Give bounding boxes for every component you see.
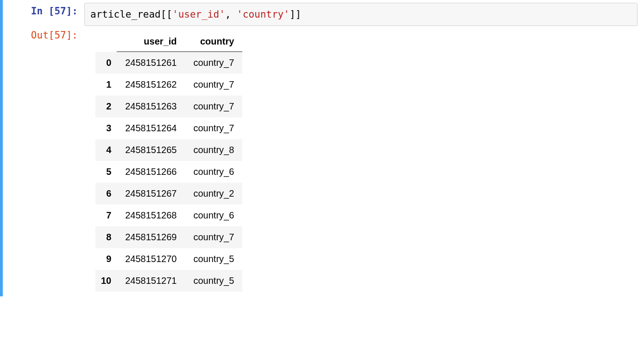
output-area: user_id country 0 2458151261 country_7 1… [84, 32, 638, 292]
table-body: 0 2458151261 country_7 1 2458151262 coun… [95, 52, 242, 292]
cell-country: country_7 [185, 226, 242, 248]
table-row: 7 2458151268 country_6 [95, 205, 242, 226]
row-index: 6 [95, 183, 117, 205]
row-index: 7 [95, 205, 117, 226]
row-index: 9 [95, 248, 117, 270]
table-row: 5 2458151266 country_6 [95, 161, 242, 183]
column-header-user-id: user_id [117, 32, 185, 52]
table-row: 6 2458151267 country_2 [95, 183, 242, 205]
table-row: 3 2458151264 country_7 [95, 117, 242, 139]
cell-country: country_8 [185, 139, 242, 161]
cell-user-id: 2458151264 [117, 117, 185, 139]
output-prompt: Out[57]: [3, 30, 78, 41]
cell-user-id: 2458151262 [117, 74, 185, 96]
cell-user-id: 2458151265 [117, 139, 185, 161]
cell-user-id: 2458151271 [117, 270, 185, 292]
row-index: 0 [95, 52, 117, 74]
code-text: article_read[[ [90, 9, 172, 20]
input-prompt: In [57]: [3, 6, 78, 17]
code-string: 'country' [237, 9, 290, 20]
cell-country: country_7 [185, 74, 242, 96]
table-row: 8 2458151269 country_7 [95, 226, 242, 248]
table-row: 10 2458151271 country_5 [95, 270, 242, 292]
row-index: 8 [95, 226, 117, 248]
table-row: 4 2458151265 country_8 [95, 139, 242, 161]
table-header-row: user_id country [95, 32, 242, 52]
cell-user-id: 2458151261 [117, 52, 185, 74]
cell-country: country_5 [185, 248, 242, 270]
cell-user-id: 2458151266 [117, 161, 185, 183]
code-string: 'user_id' [172, 9, 225, 20]
code-text: , [225, 9, 237, 20]
table-row: 0 2458151261 country_7 [95, 52, 242, 74]
notebook-cell: In [57]: Out[57]: article_read[['user_id… [0, 0, 644, 296]
row-index: 2 [95, 96, 117, 117]
row-index: 10 [95, 270, 117, 292]
row-index: 3 [95, 117, 117, 139]
cell-country: country_5 [185, 270, 242, 292]
cell-country: country_2 [185, 183, 242, 205]
cell-user-id: 2458151270 [117, 248, 185, 270]
cell-user-id: 2458151267 [117, 183, 185, 205]
cell-user-id: 2458151263 [117, 96, 185, 117]
cell-country: country_7 [185, 96, 242, 117]
cell-country: country_7 [185, 52, 242, 74]
prompt-column: In [57]: Out[57]: [3, 0, 82, 296]
dataframe-table: user_id country 0 2458151261 country_7 1… [95, 32, 242, 292]
table-row: 1 2458151262 country_7 [95, 74, 242, 96]
code-text: ]] [290, 9, 301, 20]
cell-user-id: 2458151268 [117, 205, 185, 226]
table-row: 2 2458151263 country_7 [95, 96, 242, 117]
row-index: 1 [95, 74, 117, 96]
cell-country: country_7 [185, 117, 242, 139]
row-index: 4 [95, 139, 117, 161]
cell-user-id: 2458151269 [117, 226, 185, 248]
column-header-country: country [185, 32, 242, 52]
table-header: user_id country [95, 32, 242, 52]
content-column: article_read[['user_id', 'country']] use… [82, 0, 644, 296]
code-input[interactable]: article_read[['user_id', 'country']] [84, 3, 638, 26]
index-header [95, 32, 117, 52]
row-index: 5 [95, 161, 117, 183]
cell-country: country_6 [185, 205, 242, 226]
table-row: 9 2458151270 country_5 [95, 248, 242, 270]
cell-country: country_6 [185, 161, 242, 183]
